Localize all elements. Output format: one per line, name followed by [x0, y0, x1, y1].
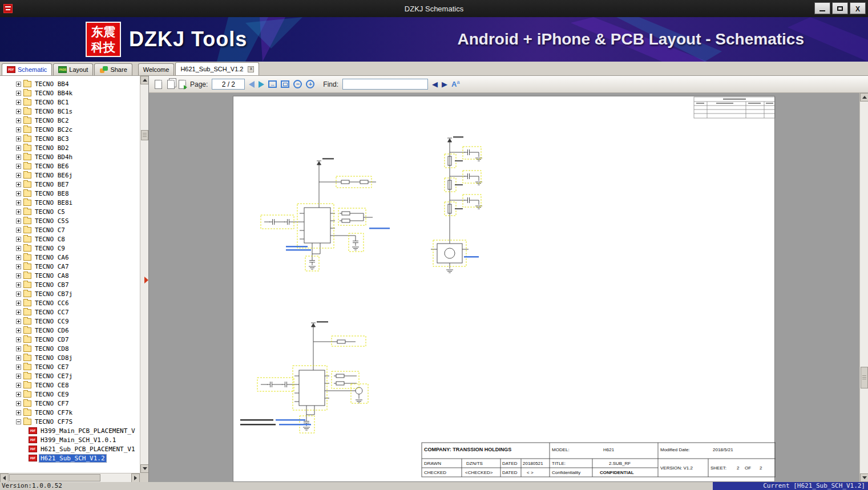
maximize-button[interactable] [832, 2, 848, 14]
tree-folder-item[interactable]: TECNO CD8 [0, 344, 140, 353]
expand-plus-icon[interactable] [16, 392, 21, 397]
tree-folder-item[interactable]: TECNO CD8j [0, 353, 140, 362]
tree-folder-item[interactable]: TECNO BE8 [0, 189, 140, 198]
find-input[interactable] [342, 79, 428, 90]
scroll-left-icon[interactable] [0, 473, 9, 482]
expand-plus-icon[interactable] [16, 200, 21, 205]
doc-tab-close-icon[interactable] [248, 66, 254, 72]
find-next-icon[interactable]: ▶ [442, 80, 447, 88]
expand-plus-icon[interactable] [16, 182, 21, 187]
expand-plus-icon[interactable] [16, 209, 21, 214]
tree-file-item[interactable]: H621_Sub_PCB_PLACEMENT_V1 [0, 444, 140, 453]
tree-folder-item[interactable]: TECNO CD6 [0, 326, 140, 335]
tree-folder-item[interactable]: TECNO BC2 [0, 116, 140, 125]
expand-plus-icon[interactable] [16, 255, 21, 260]
tree-folder-item[interactable]: TECNO BE7 [0, 180, 140, 189]
document-vertical-scrollbar[interactable] [859, 93, 868, 482]
fit-page-icon[interactable] [281, 80, 289, 88]
tree-folder-item[interactable]: TECNO C9 [0, 244, 140, 253]
tree-folder-item[interactable]: TECNO C8 [0, 234, 140, 244]
tree-folder-item[interactable]: TECNO CC9 [0, 317, 140, 326]
tree-folder-item[interactable]: TECNO CB7j [0, 289, 140, 298]
close-button[interactable] [850, 2, 866, 14]
splitter-collapse-arrow[interactable] [144, 277, 148, 284]
tree-folder-item[interactable]: TECNO BB4k [0, 88, 140, 98]
tree-file-item[interactable]: H399_Main_PCB_PLACEMENT_V [0, 426, 140, 435]
doc-scroll-up-icon[interactable] [860, 93, 868, 102]
expand-plus-icon[interactable] [16, 109, 21, 114]
expand-plus-icon[interactable] [16, 337, 21, 342]
tree-folder-item[interactable]: TECNO CD7 [0, 335, 140, 344]
tree-folder-item[interactable]: TECNO CF7 [0, 399, 140, 408]
expand-plus-icon[interactable] [16, 319, 21, 324]
expand-plus-icon[interactable] [16, 346, 21, 351]
continuous-pages-icon[interactable] [179, 80, 186, 89]
tree-folder-item[interactable]: TECNO CB7 [0, 280, 140, 289]
page-number-input[interactable] [212, 79, 245, 90]
expand-plus-icon[interactable] [16, 401, 21, 406]
expand-plus-icon[interactable] [16, 228, 21, 233]
sidebar-scrollbar-thumb[interactable] [141, 130, 148, 140]
collapse-minus-icon[interactable] [16, 419, 21, 424]
expand-plus-icon[interactable] [16, 155, 21, 160]
expand-plus-icon[interactable] [16, 301, 21, 306]
previous-page-icon[interactable] [249, 81, 255, 88]
sidebar-hscrollbar-thumb[interactable] [9, 474, 100, 481]
tree-folder-item[interactable]: TECNO CC7 [0, 307, 140, 317]
tree-folder-item[interactable]: TECNO BB4 [0, 79, 140, 88]
expand-plus-icon[interactable] [16, 410, 21, 415]
tree-folder-item[interactable]: TECNO CA7 [0, 262, 140, 271]
expand-plus-icon[interactable] [16, 374, 21, 379]
single-page-view-icon[interactable] [155, 80, 162, 89]
tree-folder-item-expanded[interactable]: TECNO CF7S [0, 417, 140, 426]
tab-share[interactable]: Share [94, 63, 132, 75]
tree-folder-item[interactable]: TECNO C7 [0, 225, 140, 234]
expand-plus-icon[interactable] [16, 136, 21, 141]
sidebar-vertical-scrollbar[interactable] [140, 76, 148, 473]
tree-folder-item[interactable]: TECNO BD2 [0, 143, 140, 152]
expand-plus-icon[interactable] [16, 127, 21, 132]
expand-plus-icon[interactable] [16, 383, 21, 388]
tree-folder-item[interactable]: TECNO CA6 [0, 253, 140, 262]
facing-pages-view-icon[interactable] [167, 80, 175, 89]
doc-tab-h621-sub-sch[interactable]: H621_Sub_SCH_V1.2 [175, 62, 259, 75]
expand-plus-icon[interactable] [16, 291, 21, 297]
tree-folder-item[interactable]: TECNO BE6 [0, 161, 140, 171]
fit-width-icon[interactable] [268, 80, 277, 88]
expand-plus-icon[interactable] [16, 145, 21, 151]
expand-plus-icon[interactable] [16, 264, 21, 269]
scroll-right-icon[interactable] [131, 473, 140, 482]
expand-plus-icon[interactable] [16, 310, 21, 315]
tree-folder-item[interactable]: TECNO CA8 [0, 271, 140, 280]
expand-plus-icon[interactable] [16, 355, 21, 361]
expand-plus-icon[interactable] [16, 173, 21, 178]
tree-file-item[interactable]: H399_Main_SCH_V1.0.1 [0, 435, 140, 444]
tree-folder-item[interactable]: TECNO BD4h [0, 152, 140, 161]
tree-folder-item[interactable]: TECNO CE7j [0, 371, 140, 380]
tree-folder-item[interactable]: TECNO BC2c [0, 125, 140, 134]
find-previous-icon[interactable]: ◀ [432, 80, 438, 88]
expand-plus-icon[interactable] [16, 218, 21, 224]
sidebar-horizontal-scrollbar[interactable] [0, 473, 140, 482]
tree-folder-item[interactable]: TECNO BC3 [0, 134, 140, 143]
tree-folder-item[interactable]: TECNO CE8 [0, 380, 140, 390]
tab-layout[interactable]: Layout [53, 63, 93, 75]
expand-plus-icon[interactable] [16, 282, 21, 287]
zoom-out-icon[interactable]: − [293, 80, 302, 88]
expand-plus-icon[interactable] [16, 100, 21, 105]
expand-plus-icon[interactable] [16, 191, 21, 196]
tree-folder-item[interactable]: TECNO BE6j [0, 171, 140, 180]
expand-plus-icon[interactable] [16, 328, 21, 333]
expand-plus-icon[interactable] [16, 237, 21, 242]
tree-file-item[interactable]: H621_Sub_SCH_V1.2 [0, 453, 140, 463]
minimize-button[interactable] [814, 2, 830, 14]
tree-folder-item[interactable]: TECNO BC1s [0, 107, 140, 116]
match-case-icon[interactable]: A [451, 79, 459, 88]
expand-plus-icon[interactable] [16, 91, 21, 96]
doc-tab-welcome[interactable]: Welcome [138, 63, 175, 75]
tree-folder-item[interactable]: TECNO C5 [0, 207, 140, 216]
tree-folder-item[interactable]: TECNO CC6 [0, 298, 140, 307]
expand-plus-icon[interactable] [16, 273, 21, 278]
expand-plus-icon[interactable] [16, 164, 21, 169]
expand-plus-icon[interactable] [16, 118, 21, 123]
